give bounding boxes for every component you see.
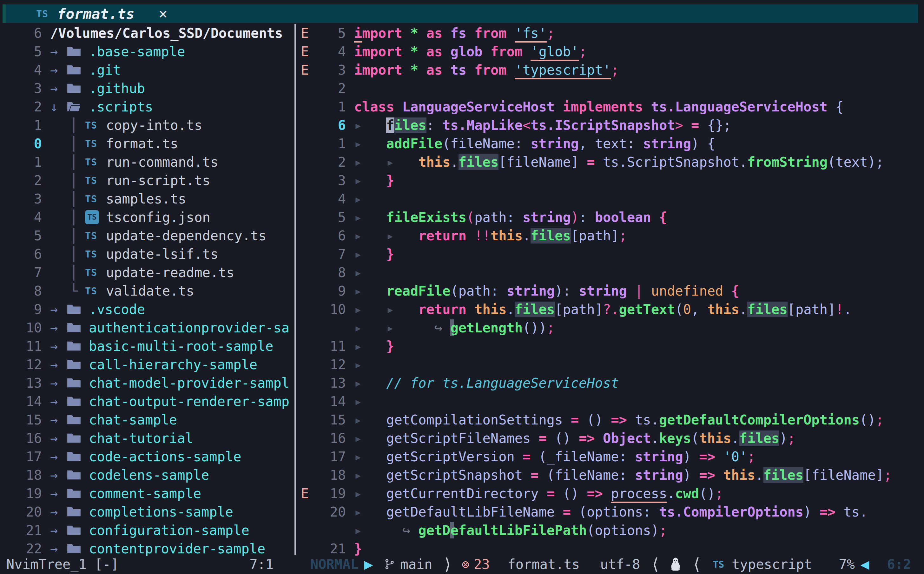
chevron-closed-icon[interactable]: → <box>50 505 67 519</box>
chevron-closed-icon[interactable]: → <box>50 541 67 556</box>
chevron-open-icon[interactable]: ↓ <box>50 99 67 114</box>
token: 'typescript' <box>515 62 611 79</box>
tree-root-path: /Volumes/Carlos_SSD/Documents <box>50 25 283 41</box>
git-branch-name[interactable]: main <box>400 557 432 572</box>
token: [ <box>571 228 579 243</box>
tree-item-run-script.ts[interactable]: │TSrun-script.ts <box>50 173 211 188</box>
tree-item-validate.ts[interactable]: └TSvalidate.ts <box>50 283 194 299</box>
tree-item-authenticationprovider-sa[interactable]: →authenticationprovider-sa <box>50 320 289 336</box>
code-line[interactable]: 20▸getDefaultLibFileName = (options: ts.… <box>296 503 924 521</box>
tree-item-comment-sample[interactable]: →comment-sample <box>50 486 201 501</box>
chevron-closed-icon[interactable]: → <box>50 523 67 538</box>
tree-item-.scripts[interactable]: ↓.scripts <box>50 99 153 115</box>
tree-item-codelens-sample[interactable]: →codelens-sample <box>50 467 209 483</box>
code-text: ▸readFile(path: string): string | undefi… <box>354 283 739 299</box>
tree-item-chat-model-provider-sampl[interactable]: →chat-model-provider-sampl <box>50 375 289 391</box>
code-line[interactable]: 1▸addFile(fileName: string, text: string… <box>296 134 924 153</box>
code-line[interactable]: 10▸▸return this.files[path]?.getText(0, … <box>296 300 924 319</box>
tree-item-.vscode[interactable]: →.vscode <box>50 301 145 317</box>
tree-item-contentprovider-sample[interactable]: →contentprovider-sample <box>50 541 265 557</box>
tree-item-basic-multi-root-sample[interactable]: →basic-multi-root-sample <box>50 338 273 354</box>
code-text: ▸addFile(fileName: string, text: string)… <box>354 136 715 151</box>
code-line[interactable]: 11▸} <box>296 337 924 355</box>
tree-item-chat-sample[interactable]: →chat-sample <box>50 412 177 427</box>
tree-item-root[interactable]: /Volumes/Carlos_SSD/Documents <box>50 25 283 41</box>
chevron-closed-icon[interactable]: → <box>50 486 67 501</box>
chevron-closed-icon[interactable]: → <box>50 412 67 427</box>
tree-item-run-command.ts[interactable]: │TSrun-command.ts <box>50 154 218 170</box>
tree-item-.github[interactable]: →.github <box>50 80 145 96</box>
chevron-closed-icon[interactable]: → <box>50 63 67 77</box>
error-count[interactable]: 23 <box>474 557 490 572</box>
code-line[interactable]: 5▸fileExists(path: string): boolean { <box>296 208 924 226</box>
tree-item-code-actions-sample[interactable]: →code-actions-sample <box>50 449 241 464</box>
tree-item-update-dependency.ts[interactable]: │TSupdate-dependency.ts <box>50 228 267 243</box>
tree-item-format.ts[interactable]: │TSformat.ts <box>50 136 178 151</box>
chevron-closed-icon[interactable]: → <box>50 431 67 445</box>
tree-row: 6/Volumes/Carlos_SSD/Documents <box>0 24 294 42</box>
code-line[interactable]: 6▸files: ts.MapLike<ts.IScriptSnapshot> … <box>296 116 924 134</box>
tabline: TS format.ts × <box>3 5 918 23</box>
code-line[interactable]: ▸▸↪getLength()); <box>296 319 924 337</box>
code-line[interactable]: 2▸▸this.files[fileName] = ts.ScriptSnaps… <box>296 153 924 171</box>
code-line[interactable]: E4import * as glob from 'glob'; <box>296 42 924 61</box>
code-line[interactable]: 3▸} <box>296 171 924 189</box>
code-line[interactable]: E19▸getCurrentDirectory = () => process.… <box>296 484 924 503</box>
chevron-closed-icon[interactable]: → <box>50 375 67 390</box>
tree-item-copy-into.ts[interactable]: │TScopy-into.ts <box>50 117 202 133</box>
chevron-closed-icon[interactable]: → <box>50 44 67 59</box>
code-line[interactable]: 16▸getScriptFileNames = () => Object.key… <box>296 429 924 447</box>
window-separator[interactable] <box>294 24 296 555</box>
token: ] <box>571 154 579 170</box>
chevron-closed-icon[interactable]: → <box>50 357 67 372</box>
code-line[interactable]: 7▸} <box>296 245 924 263</box>
tree-item-call-hierarchy-sample[interactable]: →call-hierarchy-sample <box>50 357 257 372</box>
tree-item-chat-tutorial[interactable]: →chat-tutorial <box>50 430 193 446</box>
tab-format-ts[interactable]: TS format.ts × <box>6 5 168 23</box>
chevron-closed-icon[interactable]: → <box>50 302 67 317</box>
tree-item-update-lsif.ts[interactable]: │TSupdate-lsif.ts <box>50 246 218 262</box>
token: => <box>820 504 836 520</box>
code-line[interactable]: 15▸getCompilationSettings = () => ts.get… <box>296 410 924 429</box>
code-line[interactable]: ▸↪getDefaultLibFilePath(options); <box>296 521 924 539</box>
code-text: class LanguageServiceHost implements ts.… <box>354 99 844 115</box>
chevron-closed-icon[interactable]: → <box>50 320 67 335</box>
code-line[interactable]: 1class LanguageServiceHost implements ts… <box>296 98 924 116</box>
tree-row: 10→authenticationprovider-sa <box>0 319 294 337</box>
tree-item-.base-sample[interactable]: →.base-sample <box>50 44 185 59</box>
code-line[interactable]: 13▸// for ts.LanguageServiceHost <box>296 374 924 392</box>
tree-item-completions-sample[interactable]: →completions-sample <box>50 504 233 520</box>
tsconfig-json-icon: TS <box>85 210 106 224</box>
tree-item-tsconfig.json[interactable]: │TStsconfig.json <box>50 210 211 225</box>
code-line[interactable]: 6▸▸return !!this.files[path]; <box>296 226 924 245</box>
folder-icon <box>67 377 89 389</box>
tree-line-number: 16 <box>0 430 42 446</box>
tree-item-update-readme.ts[interactable]: │TSupdate-readme.ts <box>50 265 234 280</box>
tree-indent-guide: │ <box>70 173 83 188</box>
token: text <box>587 136 627 151</box>
code-line[interactable]: 14▸ <box>296 392 924 410</box>
chevron-closed-icon[interactable]: → <box>50 394 67 408</box>
chevron-closed-icon[interactable]: → <box>50 81 67 96</box>
code-line[interactable]: 4▸ <box>296 189 924 208</box>
statusline-editor-section: NORMAL ▶ main ⟩ ⊗ 23 format.ts utf-8 ⟨ ⟨… <box>296 555 924 574</box>
code-line[interactable]: 17▸getScriptVersion = (_fileName: string… <box>296 447 924 466</box>
close-icon[interactable]: × <box>159 5 168 22</box>
code-line[interactable]: 2 <box>296 79 924 98</box>
code-line[interactable]: E5import * as fs from 'fs'; <box>296 24 924 42</box>
token: => <box>579 430 595 446</box>
scroll-percent: 7% <box>839 557 855 572</box>
chevron-closed-icon[interactable]: → <box>50 468 67 482</box>
tree-item-chat-output-renderer-samp[interactable]: →chat-output-renderer-samp <box>50 394 289 409</box>
code-line[interactable]: 9▸readFile(path: string): string | undef… <box>296 282 924 300</box>
chevron-closed-icon[interactable]: → <box>50 449 67 464</box>
indent-tab-marker: ▸ <box>354 338 386 354</box>
code-line[interactable]: 18▸getScriptSnapshot = (fileName: string… <box>296 466 924 484</box>
code-line[interactable]: 8▸ <box>296 263 924 282</box>
tree-item-samples.ts[interactable]: │TSsamples.ts <box>50 191 186 207</box>
tree-item-.git[interactable]: →.git <box>50 62 121 78</box>
chevron-closed-icon[interactable]: → <box>50 339 67 353</box>
code-line[interactable]: 12▸ <box>296 355 924 374</box>
code-line[interactable]: E3import * as ts from 'typescript'; <box>296 61 924 79</box>
tree-item-configuration-sample[interactable]: →configuration-sample <box>50 523 250 538</box>
